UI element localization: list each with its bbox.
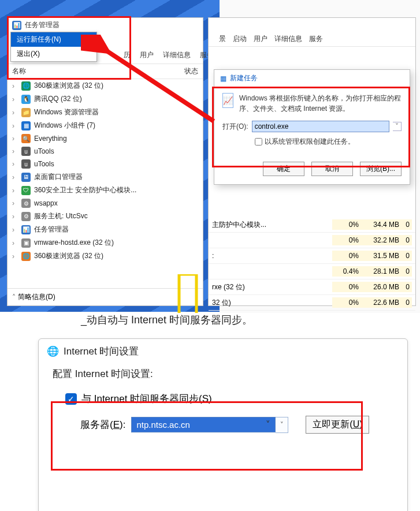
tab-history[interactable]: 历 [123, 49, 131, 61]
server-combobox[interactable]: ntp.ntsc.ac.cn [131, 417, 276, 432]
expand-caret-icon[interactable]: › [12, 252, 18, 260]
process-name: Windows 小组件 (7) [34, 121, 95, 130]
tab-bg[interactable]: 景 [219, 34, 226, 44]
run-dialog: ▦ 新建任务 📈 Windows 将根据你所键入的名称，为你打开相应的程序、文件… [214, 69, 410, 185]
table-row[interactable]: 0.4%28.1 MB0 [209, 264, 415, 279]
process-name: uTools [34, 147, 54, 155]
process-name: vmware-hostd.exe (32 位) [34, 238, 114, 248]
cancel-button[interactable]: 取消 [311, 162, 353, 176]
ok-button[interactable]: 确定 [263, 162, 304, 176]
expand-caret-icon[interactable]: › [12, 109, 18, 117]
process-row[interactable]: ›🔍Everything [8, 132, 203, 145]
process-name: 360安全卫士 安全防护中心模块... [34, 185, 136, 195]
expand-caret-icon[interactable]: › [12, 147, 18, 155]
process-row[interactable]: ›uuTools [8, 145, 203, 158]
process-row[interactable]: ›⚙wsappx [8, 197, 203, 210]
process-icon: 🖥 [21, 173, 31, 182]
combo-caret-icon[interactable]: ˅ [276, 417, 288, 433]
process-row[interactable]: ›⚙服务主机: UtcSvc [8, 210, 203, 223]
run-title: 新建任务 [230, 73, 258, 83]
row-cpu: 0% [332, 235, 361, 245]
col-status[interactable]: 状态 [184, 66, 198, 76]
process-icon: 📊 [21, 225, 31, 234]
admin-label: 以系统管理权限创建此任务。 [265, 137, 355, 147]
sync-checkbox[interactable]: ✓ [65, 393, 77, 405]
row-mem: 26.0 MB [361, 282, 402, 292]
chevron-up-icon[interactable]: ˄ [12, 293, 16, 301]
process-row[interactable]: ›🐧腾讯QQ (32 位) [8, 92, 203, 106]
expand-caret-icon[interactable]: › [12, 226, 18, 234]
expand-caret-icon[interactable]: › [12, 212, 18, 221]
process-name: 任务管理器 [34, 225, 69, 234]
tab-users-r[interactable]: 用户 [254, 34, 267, 44]
browse-button[interactable]: 浏览(B)... [360, 162, 402, 176]
process-icon: 🌐 [21, 81, 31, 91]
process-icon: 🌐 [21, 252, 31, 261]
process-row[interactable]: ›▣vmware-hostd.exe (32 位) [8, 236, 203, 249]
sync-label: 与 Internet 时间服务器同步(S) [81, 392, 212, 405]
expand-caret-icon[interactable]: › [12, 135, 18, 143]
open-input[interactable] [252, 121, 389, 132]
row-zero: 0 [402, 219, 412, 230]
update-now-button[interactable]: 立即更新(U) [306, 416, 369, 434]
right-tabs: 景 启动 用户 详细信息 服务 [209, 18, 415, 47]
title-text: 任务管理器 [25, 20, 60, 30]
dropdown-caret-icon[interactable]: ˅ [393, 122, 402, 131]
process-row[interactable]: ›🛡360安全卫士 安全防护中心模块... [8, 184, 203, 197]
expand-caret-icon[interactable]: › [12, 187, 18, 195]
run-hint-text: Windows 将根据你所键入的名称，为你打开相应的程序、文件夹、文档或 Int… [239, 93, 402, 114]
footer-bar: ˄ 简略信息(D) [8, 288, 203, 305]
run-titlebar: ▦ 新建任务 [214, 70, 410, 87]
time-subtitle: 配置 Internet 时间设置: [39, 364, 407, 389]
row-zero: 0 [402, 297, 412, 308]
process-row[interactable]: ›📁Windows 资源管理器 [8, 106, 203, 119]
expand-caret-icon[interactable]: › [12, 199, 18, 207]
run-icon: ▦ [220, 74, 226, 83]
brief-info-link[interactable]: 简略信息(D) [18, 292, 55, 302]
table-row[interactable]: 32 位)0%22.6 MB0 [209, 295, 415, 311]
row-zero: 0 [402, 282, 412, 292]
process-list: ›🌐360极速浏览器 (32 位)›🐧腾讯QQ (32 位)›📁Windows … [8, 79, 203, 263]
row-name: rxe (32 位) [212, 282, 332, 292]
row-zero: 0 [402, 235, 412, 245]
table-row[interactable]: rxe (32 位)0%26.0 MB0 [209, 279, 415, 295]
process-icon: 📁 [21, 108, 31, 117]
tab-services-r[interactable]: 服务 [309, 34, 323, 44]
expand-caret-icon[interactable]: › [12, 95, 18, 103]
expand-caret-icon[interactable]: › [12, 239, 18, 247]
process-icon: ⚙ [21, 212, 31, 221]
col-name[interactable]: 名称 [12, 66, 184, 76]
expand-caret-icon[interactable]: › [12, 160, 18, 168]
process-row[interactable]: ›▦Windows 小组件 (7) [8, 119, 203, 132]
row-name: 32 位) [212, 298, 332, 308]
server-label: 服务器(E): [80, 418, 125, 431]
table-row[interactable]: :0%31.5 MB0 [209, 248, 415, 264]
row-mem: 31.5 MB [361, 251, 402, 261]
time-title: Internet 时间设置 [64, 345, 139, 358]
process-name: wsappx [34, 199, 58, 207]
process-row[interactable]: ›📊任务管理器 [8, 223, 203, 236]
globe-icon: 🌐 [47, 345, 59, 357]
process-row[interactable]: ›uuTools [8, 158, 203, 170]
tab-users[interactable]: 用户 [139, 49, 154, 61]
expand-caret-icon[interactable]: › [12, 82, 18, 90]
tab-startup[interactable]: 启动 [233, 34, 247, 44]
run-hint: 📈 Windows 将根据你所键入的名称，为你打开相应的程序、文件夹、文档或 I… [222, 93, 402, 114]
menu-exit[interactable]: 退出(X) [11, 47, 96, 61]
run-hint-icon: 📈 [222, 93, 233, 108]
process-row[interactable]: ›🌐360极速浏览器 (32 位) [8, 79, 203, 92]
row-name: 主防护中心模块... [212, 220, 332, 230]
tab-details-r[interactable]: 详细信息 [274, 34, 302, 44]
process-row[interactable]: ›🖥桌面窗口管理器 [8, 170, 203, 184]
tab-details[interactable]: 详细信息 [162, 49, 191, 61]
row-cpu: 0.4% [332, 266, 361, 277]
process-row[interactable]: ›🌐360极速浏览器 (32 位) [8, 249, 203, 263]
sync-description: _动自动与 Internet 时间服务器同步。 [81, 313, 252, 327]
table-row[interactable]: 主防护中心模块...0%34.4 MB0 [209, 217, 415, 233]
expand-caret-icon[interactable]: › [12, 122, 18, 130]
expand-caret-icon[interactable]: › [12, 173, 18, 181]
menu-run-new-task[interactable]: 运行新任务(N) [11, 32, 96, 47]
table-row[interactable]: 0%32.2 MB0 [209, 233, 415, 248]
row-mem: 28.1 MB [361, 266, 402, 277]
admin-checkbox[interactable] [255, 138, 262, 146]
